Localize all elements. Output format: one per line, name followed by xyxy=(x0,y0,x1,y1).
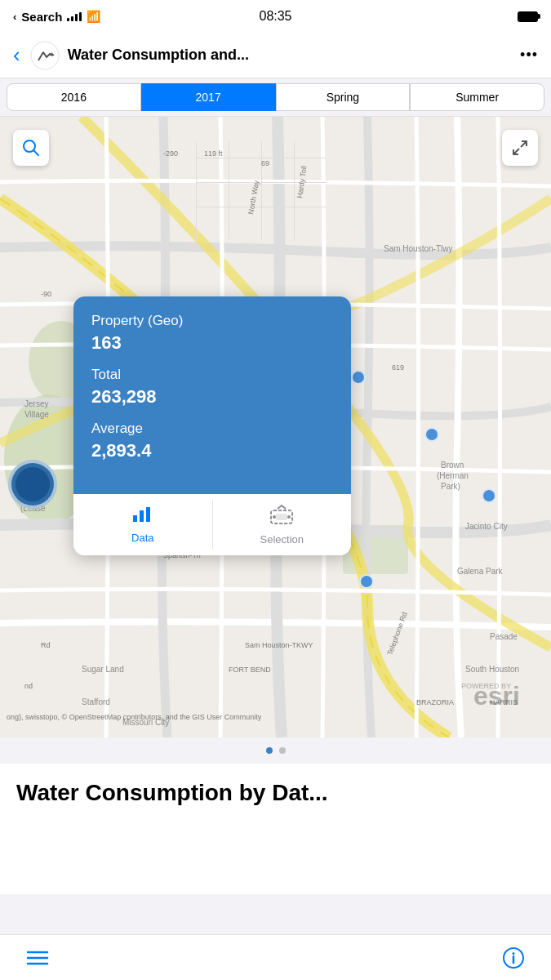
popup-tab-data[interactable]: Data xyxy=(73,494,212,555)
popup-card: Property (Geo) 163 Total 263,298 Average… xyxy=(73,296,351,555)
map-cluster-large[interactable] xyxy=(8,460,57,509)
nav-route-icon xyxy=(30,41,60,70)
status-time: 08:35 xyxy=(259,9,291,24)
map-dot-3[interactable] xyxy=(482,488,496,503)
popup-tab-data-label: Data xyxy=(131,532,153,544)
battery-icon xyxy=(518,11,538,22)
map-expand-button[interactable] xyxy=(502,130,538,166)
svg-point-61 xyxy=(513,952,515,955)
popup-average-value: 2,893.4 xyxy=(91,440,333,461)
svg-text:nd: nd xyxy=(24,682,33,690)
list-icon xyxy=(26,949,49,967)
svg-line-47 xyxy=(521,141,527,147)
svg-line-48 xyxy=(513,149,519,154)
svg-text:Rd: Rd xyxy=(41,641,51,649)
svg-text:69: 69 xyxy=(261,159,269,167)
tab-control: 2016 2017 Spring Summer xyxy=(0,78,551,117)
svg-text:Sam Houston-Tlwy: Sam Houston-Tlwy xyxy=(384,244,452,253)
svg-text:South Houston: South Houston xyxy=(465,665,519,674)
svg-text:BRAZORIA: BRAZORIA xyxy=(416,698,454,706)
svg-line-46 xyxy=(33,150,38,155)
signal-icon xyxy=(67,11,82,21)
map-attribution: ong), swisstopo, © OpenStreetMap contrib… xyxy=(0,713,551,721)
info-button[interactable] xyxy=(495,940,531,976)
bottom-section: Water Consumption by Dat... xyxy=(0,764,551,894)
more-button[interactable]: ••• xyxy=(520,47,538,64)
popup-total-label: Total xyxy=(91,367,333,383)
svg-rect-11 xyxy=(196,182,327,183)
svg-text:POWERED BY: POWERED BY xyxy=(461,682,511,690)
info-icon xyxy=(502,947,525,969)
tab-summer[interactable]: Summer xyxy=(410,83,544,111)
svg-rect-7 xyxy=(229,141,229,239)
selection-icon xyxy=(269,504,294,530)
popup-tab-selection[interactable]: Selection xyxy=(213,494,352,555)
popup-average-label: Average xyxy=(91,421,333,437)
bottom-toolbar xyxy=(0,934,551,980)
svg-text:Village: Village xyxy=(24,410,49,419)
expand-icon xyxy=(511,139,529,157)
svg-text:Park): Park) xyxy=(441,482,460,491)
svg-point-54 xyxy=(273,515,276,519)
map-cluster-inner xyxy=(16,467,50,501)
svg-rect-12 xyxy=(196,207,327,207)
popup-header: Property (Geo) 163 Total 263,298 Average… xyxy=(73,296,351,494)
popup-total-value: 263,298 xyxy=(91,386,333,408)
svg-text:-290: -290 xyxy=(163,149,178,158)
svg-rect-50 xyxy=(140,510,144,522)
map-dot-1[interactable] xyxy=(351,370,366,385)
tab-2017[interactable]: 2017 xyxy=(141,83,276,111)
status-bar: ‹ Search 📶 08:35 xyxy=(0,0,551,33)
svg-text:-90: -90 xyxy=(41,290,51,298)
svg-text:Brown: Brown xyxy=(441,461,464,470)
svg-text:619: 619 xyxy=(392,363,404,372)
nav-bar: ‹ Water Consumption and... ••• xyxy=(0,33,551,78)
svg-rect-6 xyxy=(196,141,197,239)
svg-text:Stafford: Stafford xyxy=(82,697,110,706)
popup-property-label: Property (Geo) xyxy=(91,313,333,329)
status-right xyxy=(518,11,538,22)
list-button[interactable] xyxy=(20,940,56,976)
nav-title: Water Consumption and... xyxy=(68,47,520,64)
svg-rect-53 xyxy=(276,514,287,520)
svg-text:FORT BEND: FORT BEND xyxy=(229,666,271,674)
popup-footer: Data Selection xyxy=(73,494,351,555)
tab-2016[interactable]: 2016 xyxy=(7,83,141,111)
page-indicator xyxy=(0,737,551,764)
page-dot-2[interactable] xyxy=(279,747,286,754)
svg-rect-8 xyxy=(261,141,262,239)
data-chart-icon xyxy=(131,504,154,528)
back-chevron-icon: ‹ xyxy=(13,11,16,23)
svg-rect-9 xyxy=(294,141,295,239)
status-left: ‹ Search 📶 xyxy=(13,10,100,24)
map-container[interactable]: Jersey Village Cullen P (Lease Brown (He… xyxy=(0,117,551,737)
map-dot-4[interactable] xyxy=(359,574,374,589)
svg-text:Galena Park: Galena Park xyxy=(457,567,504,576)
svg-rect-49 xyxy=(133,515,137,522)
map-dot-2[interactable] xyxy=(424,427,439,442)
carrier-label: Search xyxy=(21,10,62,24)
svg-rect-10 xyxy=(196,158,327,158)
svg-text:Pasade: Pasade xyxy=(490,632,518,641)
page-dot-1[interactable] xyxy=(266,747,273,754)
popup-property-value: 163 xyxy=(91,332,333,354)
svg-text:119 ft: 119 ft xyxy=(204,149,223,158)
map-search-button[interactable] xyxy=(13,130,49,166)
svg-text:Sam Houston-TKWY: Sam Houston-TKWY xyxy=(245,641,313,649)
section-title: Water Consumption by Dat... xyxy=(16,780,535,806)
search-icon xyxy=(22,139,40,157)
tab-spring[interactable]: Spring xyxy=(276,83,411,111)
svg-rect-51 xyxy=(146,507,150,522)
popup-tab-selection-label: Selection xyxy=(260,533,304,546)
svg-point-55 xyxy=(287,515,291,519)
wifi-icon: 📶 xyxy=(87,10,100,23)
svg-text:(Herman: (Herman xyxy=(437,471,469,480)
svg-text:Jacinto City: Jacinto City xyxy=(465,522,508,531)
back-button[interactable]: ‹ xyxy=(13,42,20,68)
svg-text:Jersey: Jersey xyxy=(24,399,48,408)
svg-text:Sugar Land: Sugar Land xyxy=(82,665,124,674)
